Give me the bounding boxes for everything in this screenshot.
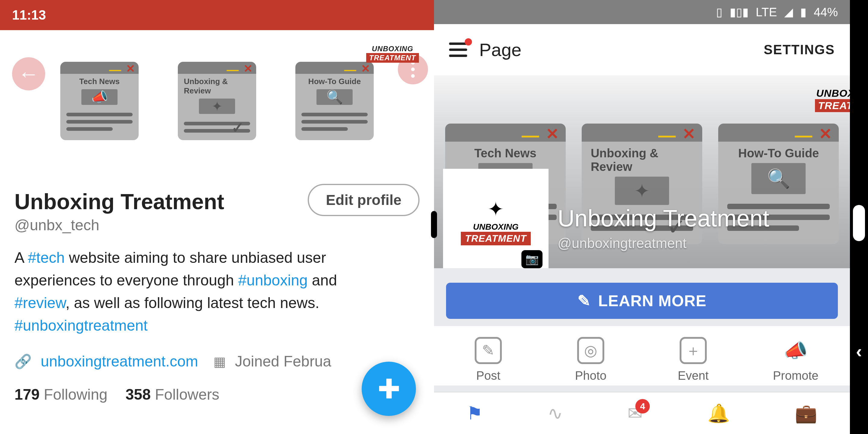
card-title: Tech News — [474, 147, 536, 160]
status-bar-right: ▯ ▮▯▮ LTE ◢ ▮ 44% — [434, 0, 850, 24]
pencil-icon: ✎ — [578, 292, 591, 310]
device-back-button[interactable]: ‹ — [856, 341, 862, 362]
nav-insights-tab[interactable]: ∿ — [548, 403, 563, 424]
action-event[interactable]: ＋ Event — [642, 337, 744, 382]
card-title: Unboxing & Review — [184, 77, 250, 96]
cover-card-tech-news: Tech News 📣 — [60, 62, 138, 140]
chart-icon: ∿ — [548, 403, 563, 424]
change-avatar-button[interactable]: 📷 — [521, 250, 542, 268]
nav-page-tab[interactable]: ⚑ — [467, 403, 483, 424]
page-handle: @unboxingtreatment — [558, 235, 687, 251]
profile-bio: A #tech website aiming to share unbiased… — [14, 247, 388, 337]
logo-corner: UNBOX TREAT — [815, 87, 850, 112]
logo-bottom: TREAT — [815, 99, 850, 112]
action-photo[interactable]: ◎ Photo — [539, 337, 642, 382]
page-name: Unboxing Treatment — [558, 205, 769, 232]
action-promote[interactable]: 📣 Promote — [744, 337, 847, 382]
plus-icon: ＋ — [680, 337, 707, 364]
portrait-icon: ▯ — [716, 5, 722, 19]
hashtag-unboxingtreatment[interactable]: #unboxingtreatment — [14, 317, 148, 334]
settings-button[interactable]: SETTINGS — [764, 42, 835, 57]
link-icon: 🔗 — [14, 353, 32, 370]
follow-stats: 179 Following 358 Followers — [14, 386, 420, 403]
notification-dot — [465, 38, 472, 45]
edit-profile-button[interactable]: Edit profile — [308, 184, 420, 216]
nav-tools-tab[interactable]: 💼 — [795, 403, 817, 424]
briefcase-icon: 💼 — [795, 403, 817, 424]
profile-meta: 🔗 unboxingtreatment.com ▦ Joined Februa — [14, 352, 420, 370]
hashtag-tech[interactable]: #tech — [28, 249, 64, 266]
avatar-logo-top: UNBOXING — [473, 222, 519, 232]
megaphone-icon: 📣 — [782, 337, 809, 364]
card-title: Tech News — [79, 77, 120, 86]
battery-percent: 44% — [814, 5, 838, 19]
page-title: Page — [479, 39, 521, 60]
action-post[interactable]: ✎ Post — [437, 337, 539, 382]
facebook-bottom-nav: ⚑ ∿ ✉ 4 🔔 💼 — [434, 392, 850, 434]
joined-text: Joined Februa — [235, 352, 332, 370]
page-actions: ✎ Post ◎ Photo ＋ Event 📣 Promote — [434, 326, 850, 385]
edit-icon: ✎ — [475, 337, 502, 364]
hamburger-menu-button[interactable] — [449, 42, 467, 57]
twitter-app: 11:13 ← UNBOXING TREATMENT Tech News 📣 U… — [0, 0, 434, 434]
hashtag-unboxing[interactable]: #unboxing — [238, 272, 308, 289]
search-icon: 🔍 — [316, 89, 352, 105]
learn-more-label: LEARN MORE — [598, 292, 707, 310]
battery-icon: ▮ — [800, 5, 807, 19]
nav-notifications-tab[interactable]: 🔔 — [707, 403, 730, 424]
inbox-badge: 4 — [635, 399, 650, 413]
camera-icon: 📷 — [525, 253, 539, 266]
logo-bottom: TREATMENT — [366, 53, 419, 63]
patch-icon: ✦ — [199, 98, 235, 114]
calendar-icon: ▦ — [213, 354, 226, 369]
logo-badge: UNBOXING TREATMENT — [366, 44, 419, 63]
logo-top: UNBOXING — [372, 44, 413, 53]
facebook-topbar: Page SETTINGS — [434, 24, 850, 75]
status-bar-left: 11:13 — [0, 0, 434, 30]
megaphone-icon: 📣 — [82, 89, 118, 105]
feather-icon: ✚ — [378, 373, 400, 405]
vibrate-icon: ▮▯▮ — [730, 5, 749, 19]
arrow-left-icon: ← — [18, 62, 39, 86]
cover-card-howto: How-To Guide 🔍 — [296, 62, 374, 140]
network-label: LTE — [756, 5, 777, 19]
cover-cards: Tech News 📣 Unboxing & Review ✦ ✓ How-To… — [0, 62, 434, 140]
hashtag-review[interactable]: #review — [14, 294, 66, 311]
signal-icon: ◢ — [784, 5, 793, 19]
website-link[interactable]: unboxingtreatment.com — [41, 352, 198, 370]
bell-icon: 🔔 — [707, 403, 730, 424]
nav-inbox-tab[interactable]: ✉ 4 — [627, 403, 643, 424]
camera-icon: ◎ — [577, 337, 604, 364]
twitter-cover: ← UNBOXING TREATMENT Tech News 📣 Unboxin… — [0, 30, 434, 163]
cta-section: ✎ LEARN MORE — [434, 268, 850, 326]
card-title: How-To Guide — [738, 147, 819, 160]
following-stat[interactable]: 179 Following — [14, 386, 107, 403]
nav-pill[interactable] — [853, 205, 865, 241]
page-avatar[interactable]: ✦ UNBOXING TREATMENT 📷 — [443, 169, 549, 268]
facebook-cover[interactable]: UNBOX TREAT Tech News 📣 Unboxing & Revie… — [434, 75, 850, 268]
logo-top: UNBOX — [816, 87, 850, 99]
avatar-logo-bottom: TREATMENT — [461, 232, 531, 245]
device-nav-rail: ‹ — [850, 0, 868, 434]
facebook-app: ▯ ▮▯▮ LTE ◢ ▮ 44% Page SETTINGS UNBOX TR… — [434, 0, 868, 434]
profile-handle: @unbx_tech — [14, 216, 420, 234]
flag-icon: ⚑ — [467, 403, 483, 424]
learn-more-button[interactable]: ✎ LEARN MORE — [446, 283, 838, 319]
back-button[interactable]: ← — [12, 57, 45, 90]
check-icon: ✓ — [231, 119, 244, 136]
status-time: 11:13 — [12, 7, 46, 23]
cover-card-unboxing: Unboxing & Review ✦ ✓ — [178, 62, 256, 140]
split-screen-handle[interactable] — [431, 211, 437, 238]
compose-tweet-button[interactable]: ✚ — [362, 362, 416, 416]
card-title: How-To Guide — [308, 77, 361, 86]
followers-stat[interactable]: 358 Followers — [126, 386, 219, 403]
avatar-patch-icon: ✦ — [488, 198, 504, 220]
